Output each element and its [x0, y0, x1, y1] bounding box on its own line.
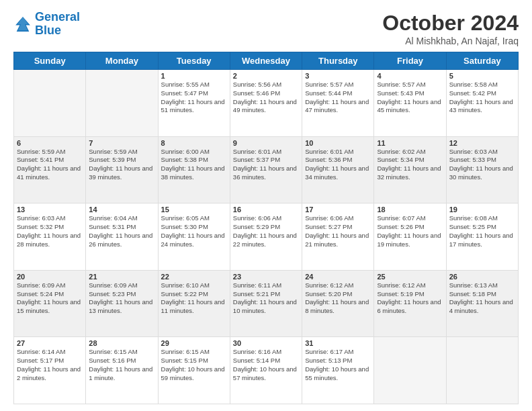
- day-number: 20: [17, 273, 83, 281]
- day-info: Sunrise: 6:07 AM Sunset: 5:26 PM Dayligh…: [377, 214, 443, 248]
- day-info: Sunrise: 6:00 AM Sunset: 5:38 PM Dayligh…: [161, 148, 227, 182]
- logo-text: General Blue: [35, 11, 80, 38]
- day-info: Sunrise: 5:59 AM Sunset: 5:39 PM Dayligh…: [89, 148, 154, 182]
- calendar-cell: 5Sunrise: 5:58 AM Sunset: 5:42 PM Daylig…: [446, 70, 518, 137]
- calendar-cell: [374, 337, 446, 404]
- day-info: Sunrise: 6:03 AM Sunset: 5:33 PM Dayligh…: [449, 148, 515, 182]
- calendar-cell: 9Sunrise: 6:01 AM Sunset: 5:37 PM Daylig…: [230, 136, 302, 203]
- day-info: Sunrise: 6:01 AM Sunset: 5:37 PM Dayligh…: [233, 148, 299, 182]
- day-info: Sunrise: 6:10 AM Sunset: 5:22 PM Dayligh…: [161, 281, 227, 316]
- calendar-cell: 7Sunrise: 5:59 AM Sunset: 5:39 PM Daylig…: [86, 136, 158, 203]
- day-number: 15: [161, 205, 227, 214]
- calendar-cell: 24Sunrise: 6:12 AM Sunset: 5:20 PM Dayli…: [302, 270, 374, 337]
- calendar-cell: 18Sunrise: 6:07 AM Sunset: 5:26 PM Dayli…: [374, 203, 446, 271]
- day-info: Sunrise: 6:11 AM Sunset: 5:21 PM Dayligh…: [233, 281, 299, 316]
- day-info: Sunrise: 6:06 AM Sunset: 5:27 PM Dayligh…: [305, 214, 371, 248]
- calendar-cell: 28Sunrise: 6:15 AM Sunset: 5:16 PM Dayli…: [86, 337, 158, 404]
- calendar-cell: 25Sunrise: 6:12 AM Sunset: 5:19 PM Dayli…: [374, 270, 446, 337]
- week-row-1: 1Sunrise: 5:55 AM Sunset: 5:47 PM Daylig…: [14, 70, 519, 137]
- day-number: 4: [377, 72, 443, 80]
- day-info: Sunrise: 6:02 AM Sunset: 5:34 PM Dayligh…: [377, 148, 443, 182]
- day-number: 28: [89, 339, 154, 347]
- day-info: Sunrise: 5:57 AM Sunset: 5:44 PM Dayligh…: [305, 81, 371, 115]
- day-info: Sunrise: 6:14 AM Sunset: 5:17 PM Dayligh…: [17, 348, 83, 382]
- day-number: 9: [233, 139, 299, 147]
- calendar-cell: [14, 70, 86, 137]
- calendar-cell: 23Sunrise: 6:11 AM Sunset: 5:21 PM Dayli…: [230, 270, 302, 337]
- calendar-cell: 20Sunrise: 6:09 AM Sunset: 5:24 PM Dayli…: [14, 270, 86, 337]
- calendar-cell: 27Sunrise: 6:14 AM Sunset: 5:17 PM Dayli…: [14, 337, 86, 404]
- calendar-cell: 4Sunrise: 5:57 AM Sunset: 5:43 PM Daylig…: [374, 70, 446, 137]
- day-info: Sunrise: 6:13 AM Sunset: 5:18 PM Dayligh…: [449, 281, 515, 316]
- logo: General Blue: [13, 11, 80, 38]
- day-info: Sunrise: 6:15 AM Sunset: 5:16 PM Dayligh…: [89, 348, 154, 382]
- calendar-cell: 3Sunrise: 5:57 AM Sunset: 5:44 PM Daylig…: [302, 70, 374, 137]
- header-row: SundayMondayTuesdayWednesdayThursdayFrid…: [14, 52, 519, 70]
- week-row-5: 27Sunrise: 6:14 AM Sunset: 5:17 PM Dayli…: [14, 337, 519, 404]
- calendar-cell: 2Sunrise: 5:56 AM Sunset: 5:46 PM Daylig…: [230, 70, 302, 137]
- day-info: Sunrise: 6:04 AM Sunset: 5:31 PM Dayligh…: [89, 214, 154, 248]
- day-info: Sunrise: 5:55 AM Sunset: 5:47 PM Dayligh…: [161, 81, 227, 115]
- calendar-cell: [446, 337, 518, 404]
- day-number: 25: [377, 273, 443, 281]
- day-info: Sunrise: 6:03 AM Sunset: 5:32 PM Dayligh…: [17, 214, 83, 248]
- day-number: 21: [89, 273, 154, 281]
- day-info: Sunrise: 5:58 AM Sunset: 5:42 PM Dayligh…: [449, 81, 515, 115]
- svg-marker-1: [17, 17, 28, 30]
- day-info: Sunrise: 6:09 AM Sunset: 5:23 PM Dayligh…: [89, 281, 154, 316]
- calendar-cell: 13Sunrise: 6:03 AM Sunset: 5:32 PM Dayli…: [14, 203, 86, 271]
- day-info: Sunrise: 5:56 AM Sunset: 5:46 PM Dayligh…: [233, 81, 299, 115]
- day-header-tuesday: Tuesday: [158, 52, 230, 70]
- day-info: Sunrise: 6:06 AM Sunset: 5:29 PM Dayligh…: [233, 214, 299, 248]
- day-number: 8: [161, 139, 227, 147]
- calendar-table: SundayMondayTuesdayWednesdayThursdayFrid…: [13, 52, 519, 404]
- day-number: 2: [233, 72, 299, 80]
- day-number: 30: [233, 339, 299, 347]
- calendar-cell: 15Sunrise: 6:05 AM Sunset: 5:30 PM Dayli…: [158, 203, 230, 271]
- day-number: 11: [377, 139, 443, 147]
- calendar-cell: 12Sunrise: 6:03 AM Sunset: 5:33 PM Dayli…: [446, 136, 518, 203]
- day-header-thursday: Thursday: [302, 52, 374, 70]
- day-number: 18: [377, 205, 443, 214]
- calendar-cell: 11Sunrise: 6:02 AM Sunset: 5:34 PM Dayli…: [374, 136, 446, 203]
- calendar-cell: 1Sunrise: 5:55 AM Sunset: 5:47 PM Daylig…: [158, 70, 230, 137]
- day-number: 17: [305, 205, 371, 214]
- calendar-cell: 31Sunrise: 6:17 AM Sunset: 5:13 PM Dayli…: [302, 337, 374, 404]
- day-header-sunday: Sunday: [14, 52, 86, 70]
- day-info: Sunrise: 6:17 AM Sunset: 5:13 PM Dayligh…: [305, 348, 371, 382]
- day-number: 29: [161, 339, 227, 347]
- day-info: Sunrise: 6:12 AM Sunset: 5:20 PM Dayligh…: [305, 281, 371, 316]
- calendar-cell: 26Sunrise: 6:13 AM Sunset: 5:18 PM Dayli…: [446, 270, 518, 337]
- day-info: Sunrise: 6:05 AM Sunset: 5:30 PM Dayligh…: [161, 214, 227, 248]
- day-number: 6: [17, 139, 83, 147]
- day-number: 5: [449, 72, 515, 80]
- day-header-friday: Friday: [374, 52, 446, 70]
- title-block: October 2024 Al Mishkhab, An Najaf, Iraq: [382, 11, 519, 46]
- calendar-cell: 22Sunrise: 6:10 AM Sunset: 5:22 PM Dayli…: [158, 270, 230, 337]
- month-title: October 2024: [382, 11, 519, 36]
- day-number: 26: [449, 273, 515, 281]
- week-row-4: 20Sunrise: 6:09 AM Sunset: 5:24 PM Dayli…: [14, 270, 519, 337]
- logo-icon: [13, 15, 32, 34]
- day-number: 13: [17, 205, 83, 214]
- day-info: Sunrise: 6:12 AM Sunset: 5:19 PM Dayligh…: [377, 281, 443, 316]
- day-number: 16: [233, 205, 299, 214]
- day-number: 19: [449, 205, 515, 214]
- day-number: 23: [233, 273, 299, 281]
- calendar-cell: 14Sunrise: 6:04 AM Sunset: 5:31 PM Dayli…: [86, 203, 158, 271]
- day-number: 31: [305, 339, 371, 347]
- day-info: Sunrise: 5:57 AM Sunset: 5:43 PM Dayligh…: [377, 81, 443, 115]
- calendar-cell: 16Sunrise: 6:06 AM Sunset: 5:29 PM Dayli…: [230, 203, 302, 271]
- location-title: Al Mishkhab, An Najaf, Iraq: [382, 36, 519, 46]
- week-row-2: 6Sunrise: 5:59 AM Sunset: 5:41 PM Daylig…: [14, 136, 519, 203]
- day-info: Sunrise: 6:15 AM Sunset: 5:15 PM Dayligh…: [161, 348, 227, 382]
- day-number: 22: [161, 273, 227, 281]
- day-header-saturday: Saturday: [446, 52, 518, 70]
- calendar-cell: 8Sunrise: 6:00 AM Sunset: 5:38 PM Daylig…: [158, 136, 230, 203]
- day-number: 1: [161, 72, 227, 80]
- day-info: Sunrise: 6:16 AM Sunset: 5:14 PM Dayligh…: [233, 348, 299, 382]
- day-info: Sunrise: 6:01 AM Sunset: 5:36 PM Dayligh…: [305, 148, 371, 182]
- day-number: 10: [305, 139, 371, 147]
- day-info: Sunrise: 6:09 AM Sunset: 5:24 PM Dayligh…: [17, 281, 83, 316]
- calendar-cell: 17Sunrise: 6:06 AM Sunset: 5:27 PM Dayli…: [302, 203, 374, 271]
